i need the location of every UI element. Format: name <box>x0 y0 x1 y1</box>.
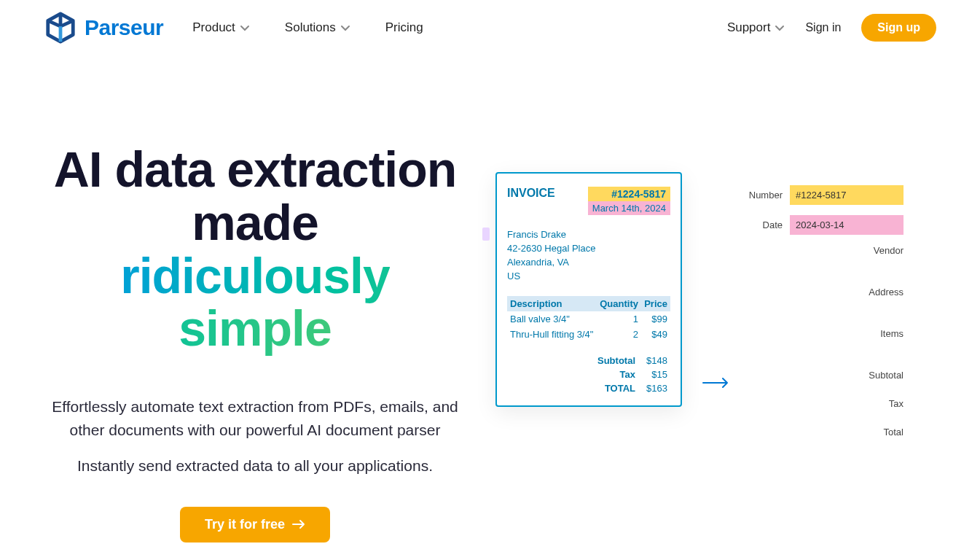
addr-name: Francis Drake <box>507 228 670 242</box>
header: Parseur Product Solutions Pricing Suppor… <box>0 0 980 55</box>
item-qty: 2 <box>597 327 641 342</box>
ext-tax-label: Tax <box>889 398 903 409</box>
item-qty: 1 <box>597 311 641 327</box>
invoice-heading: INVOICE <box>507 187 555 200</box>
table-row: Ball valve 3/4" 1 $99 <box>507 311 670 327</box>
addr-city: Alexandria, VA <box>507 256 670 270</box>
invoice-table: Description Quantity Price Ball valve 3/… <box>507 296 670 342</box>
logo[interactable]: Parseur <box>44 11 163 44</box>
hero-copy: AI data extraction made ridiculously sim… <box>44 99 466 542</box>
hero-title: AI data extraction made ridiculously sim… <box>44 143 466 355</box>
chevron-down-icon <box>775 23 785 33</box>
nav-support[interactable]: Support <box>727 20 785 35</box>
nav-solutions-label: Solutions <box>285 20 336 35</box>
ext-date-label: Date <box>763 219 783 230</box>
flow-arrow-icon <box>702 326 730 389</box>
item-price: $99 <box>641 311 670 327</box>
extracted-fields: Number #1224-5817 Date 2024-03-14 Vendor… <box>743 172 903 455</box>
total-value: $163 <box>643 383 667 394</box>
hero-title-accent: ridiculously simple <box>120 248 390 357</box>
tax-value: $15 <box>643 369 667 380</box>
nav-pricing[interactable]: Pricing <box>385 20 423 35</box>
hero-section: AI data extraction made ridiculously sim… <box>0 55 980 542</box>
invoice-date: March 14th, 2024 <box>588 201 670 215</box>
nav-product-label: Product <box>192 20 235 35</box>
invoice-totals: Subtotal $148 Tax $15 TOTAL $163 <box>507 354 670 395</box>
decorative-marker <box>482 228 490 241</box>
ext-number-label: Number <box>749 190 783 201</box>
secondary-nav: Support Sign in Sign up <box>727 14 936 42</box>
hero-title-plain: AI data extraction made <box>54 141 457 250</box>
nav-pricing-label: Pricing <box>385 20 423 35</box>
ext-number-chip: #1224-5817 <box>790 185 903 205</box>
nav-support-label: Support <box>727 20 771 35</box>
chevron-down-icon <box>240 23 250 33</box>
invoice-address: Francis Drake 42-2630 Hegal Place Alexan… <box>507 228 670 283</box>
table-row: Thru-Hull fitting 3/4" 2 $49 <box>507 327 670 342</box>
tax-label: Tax <box>584 369 635 380</box>
ext-subtotal-label: Subtotal <box>869 370 903 381</box>
invoice-preview: INVOICE #1224-5817 March 14th, 2024 Fran… <box>495 172 682 407</box>
brand-name: Parseur <box>85 15 163 40</box>
chevron-down-icon <box>340 23 350 33</box>
arrow-right-icon <box>292 519 305 529</box>
addr-street: 42-2630 Hegal Place <box>507 242 670 256</box>
invoice-number: #1224-5817 <box>588 187 670 201</box>
nav-product[interactable]: Product <box>192 20 250 35</box>
total-label: TOTAL <box>584 383 635 394</box>
item-desc: Thru-Hull fitting 3/4" <box>507 327 597 342</box>
item-desc: Ball valve 3/4" <box>507 311 597 327</box>
hero-subtitle-2: Instantly send extracted data to all you… <box>44 454 466 478</box>
ext-items-label: Items <box>880 328 903 339</box>
item-price: $49 <box>641 327 670 342</box>
subtotal-value: $148 <box>643 355 667 366</box>
subtotal-label: Subtotal <box>584 355 635 366</box>
col-desc: Description <box>507 296 597 311</box>
nav-solutions[interactable]: Solutions <box>285 20 350 35</box>
col-qty: Quantity <box>597 296 641 311</box>
primary-nav: Product Solutions Pricing <box>192 20 423 35</box>
try-free-label: Try it for free <box>205 517 285 532</box>
ext-vendor-label: Vendor <box>874 245 903 256</box>
ext-date-chip: 2024-03-14 <box>790 215 903 235</box>
hero-subtitle: Effortlessly automate text extraction fr… <box>44 395 466 441</box>
hero-illustration: INVOICE #1224-5817 March 14th, 2024 Fran… <box>495 99 936 542</box>
try-free-button[interactable]: Try it for free <box>180 507 330 542</box>
signin-link[interactable]: Sign in <box>805 21 841 34</box>
ext-address-label: Address <box>869 287 903 298</box>
logo-icon <box>44 11 77 44</box>
signup-button[interactable]: Sign up <box>861 14 936 42</box>
col-price: Price <box>641 296 670 311</box>
ext-total-label: Total <box>884 427 903 438</box>
addr-country: US <box>507 270 670 284</box>
